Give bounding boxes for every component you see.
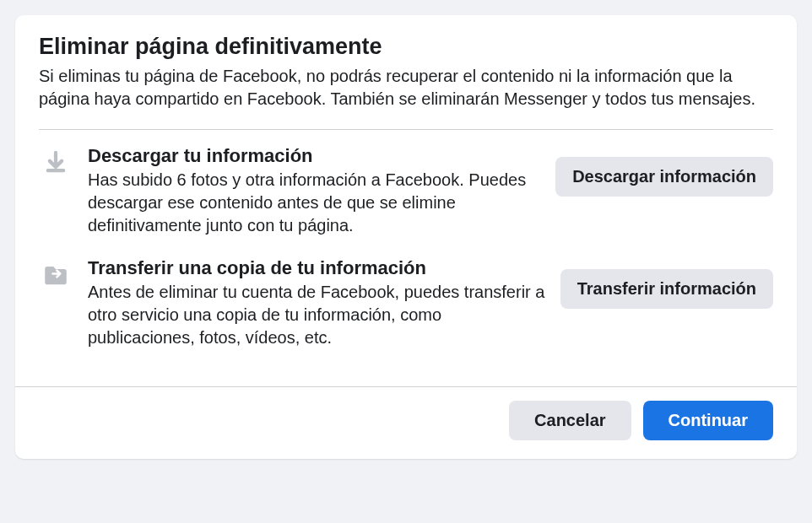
transfer-desc: Antes de eliminar tu cuenta de Facebook,…	[88, 281, 545, 349]
download-icon	[39, 145, 73, 177]
download-title: Descargar tu información	[88, 145, 540, 167]
dialog-footer: Cancelar Continuar	[15, 386, 797, 459]
cancel-button[interactable]: Cancelar	[509, 401, 631, 440]
download-desc: Has subido 6 fotos y otra información a …	[88, 169, 540, 237]
transfer-button[interactable]: Transferir información	[560, 269, 773, 309]
divider	[39, 129, 773, 130]
transfer-action: Transferir información	[560, 257, 773, 309]
delete-page-dialog: Eliminar página definitivamente Si elimi…	[15, 15, 797, 459]
dialog-body: Eliminar página definitivamente Si elimi…	[15, 15, 797, 386]
download-action: Descargar información	[555, 145, 773, 197]
transfer-title: Transferir una copia de tu información	[88, 257, 545, 279]
transfer-option: Transferir una copia de tu información A…	[39, 257, 773, 349]
download-text: Descargar tu información Has subido 6 fo…	[88, 145, 540, 237]
dialog-description: Si eliminas tu página de Facebook, no po…	[39, 65, 773, 111]
download-option: Descargar tu información Has subido 6 fo…	[39, 145, 773, 237]
dialog-title: Eliminar página definitivamente	[39, 34, 773, 60]
download-button[interactable]: Descargar información	[555, 157, 773, 197]
continue-button[interactable]: Continuar	[643, 401, 773, 440]
transfer-icon	[39, 257, 73, 289]
transfer-text: Transferir una copia de tu información A…	[88, 257, 545, 349]
